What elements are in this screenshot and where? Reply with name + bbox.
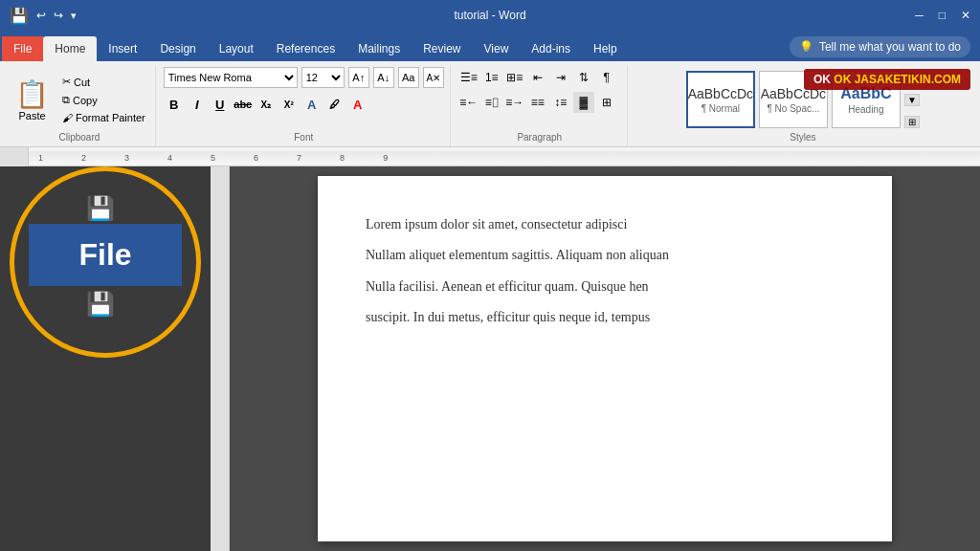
format-painter-button[interactable]: 🖌 Format Painter: [58, 110, 149, 125]
document-page: Lorem ipsum dolor sit amet, consectetur …: [318, 176, 892, 541]
redo-btn[interactable]: ↪: [54, 9, 63, 22]
line-spacing-button[interactable]: ↕≡: [550, 92, 571, 113]
cut-icon: ✂: [62, 76, 71, 88]
cut-label: Cut: [74, 77, 90, 88]
align-right-button[interactable]: ≡→: [504, 92, 525, 113]
align-center-button[interactable]: ≡⌷: [481, 92, 502, 113]
font-name-select[interactable]: Times New Roma: [164, 67, 298, 88]
document-area: ➔ File 💾 💾 Lorem ipsum dolor sit amet, c…: [0, 166, 980, 551]
show-marks-button[interactable]: ¶: [596, 67, 617, 88]
close-btn[interactable]: ✕: [961, 9, 970, 22]
customize-btn[interactable]: ▾: [71, 10, 77, 22]
watermark-ok: OK: [813, 73, 834, 86]
doc-paragraph-2: Nullam aliquet elementum sagittis. Aliqu…: [366, 245, 844, 266]
shrink-font-button[interactable]: A↓: [373, 67, 394, 88]
cut-button[interactable]: ✂ Cut: [58, 74, 149, 90]
clipboard-group: 📋 Paste ✂ Cut ⧉ Copy 🖌 Format Painter Cl…: [4, 65, 156, 146]
multilevel-button[interactable]: ⊞≡: [504, 67, 525, 88]
text-effect-button[interactable]: A: [301, 94, 323, 115]
paragraph-label: Paragraph: [517, 132, 562, 144]
clear-format-button[interactable]: A✕: [423, 67, 444, 88]
justify-button[interactable]: ≡≡: [527, 92, 548, 113]
decrease-indent-button[interactable]: ⇤: [527, 67, 548, 88]
shading-button[interactable]: ▓: [573, 92, 594, 113]
copy-icon: ⧉: [62, 94, 70, 106]
paste-icon: 📋: [15, 78, 49, 110]
paste-button[interactable]: 📋 Paste: [10, 75, 55, 125]
para-bottom-row: ≡← ≡⌷ ≡→ ≡≡ ↕≡ ▓ ⊞: [458, 92, 621, 113]
floppy-top: 💾: [86, 195, 115, 222]
bullets-button[interactable]: ☰≡: [458, 67, 479, 88]
undo-btn[interactable]: ↩: [36, 9, 46, 22]
font-size-select[interactable]: 12: [301, 67, 345, 88]
font-color-button[interactable]: A: [347, 94, 368, 115]
format-painter-label: Format Painter: [76, 112, 145, 123]
tell-me-text: Tell me what you want to do: [819, 40, 961, 54]
clipboard-small-btns: ✂ Cut ⧉ Copy 🖌 Format Painter: [58, 74, 149, 125]
bold-button[interactable]: B: [164, 94, 185, 115]
sort-button[interactable]: ⇅: [573, 67, 594, 88]
underline-button[interactable]: U: [210, 94, 231, 115]
superscript-button[interactable]: X²: [278, 94, 300, 115]
watermark-text: OK JASAKETIKIN.COM: [834, 73, 961, 86]
paragraph-group: ☰≡ 1≡ ⊞≡ ⇤ ⇥ ⇅ ¶ ≡← ≡⌷ ≡→ ≡≡ ↕≡ ▓ ⊞ Para…: [453, 65, 628, 146]
tell-me-box[interactable]: 💡 Tell me what you want to do: [790, 36, 970, 57]
heading-label: Heading: [848, 104, 883, 115]
border-button[interactable]: ⊞: [596, 92, 617, 113]
highlight-color-button[interactable]: 🖊: [324, 94, 345, 115]
font-label: Font: [294, 132, 313, 144]
tab-insert[interactable]: Insert: [97, 36, 148, 61]
ruler-corner: [0, 147, 29, 166]
doc-paragraph-3: Nulla facilisi. Aenean et efficitur quam…: [366, 276, 844, 298]
normal-sample: AaBbCcDc: [688, 86, 753, 101]
doc-paragraph-1: Lorem ipsum dolor sit amet, consectetur …: [366, 214, 844, 235]
italic-button[interactable]: I: [187, 94, 208, 115]
title-bar-left: 💾 ↩ ↪ ▾: [10, 7, 77, 25]
numbering-button[interactable]: 1≡: [481, 67, 502, 88]
watermark: OK OK JASAKETIKIN.COM: [804, 69, 970, 90]
doc-scroll-area[interactable]: Lorem ipsum dolor sit amet, consectetur …: [230, 166, 980, 551]
font-row1: Times New Roma 12 A↑ A↓ Aa A✕: [164, 67, 444, 88]
increase-indent-button[interactable]: ⇥: [550, 67, 571, 88]
strikethrough-button[interactable]: abc: [233, 94, 254, 115]
font-content: Times New Roma 12 A↑ A↓ Aa A✕ B I U abc …: [164, 67, 444, 132]
word-icon: 💾: [10, 7, 29, 25]
tab-layout[interactable]: Layout: [208, 36, 265, 61]
tab-view[interactable]: View: [473, 36, 521, 61]
clipboard-content: 📋 Paste ✂ Cut ⧉ Copy 🖌 Format Painter: [10, 67, 149, 132]
file-box-button[interactable]: File: [29, 224, 182, 286]
doc-paragraph-4: suscipit. In dui metus, efficitur quis n…: [366, 307, 844, 328]
style-normal[interactable]: AaBbCcDc ¶ Normal: [686, 71, 755, 128]
tab-mailings[interactable]: Mailings: [346, 36, 412, 61]
tab-file[interactable]: File: [2, 36, 43, 61]
change-case-button[interactable]: Aa: [398, 67, 419, 88]
grow-font-button[interactable]: A↑: [348, 67, 369, 88]
tab-references[interactable]: References: [265, 36, 346, 61]
ribbon-tab-bar: File Home Insert Design Layout Reference…: [0, 31, 980, 61]
tab-design[interactable]: Design: [148, 36, 207, 61]
lightbulb-icon: 💡: [799, 40, 813, 54]
copy-button[interactable]: ⧉ Copy: [58, 92, 149, 108]
tab-review[interactable]: Review: [412, 36, 472, 61]
styles-scroll-down[interactable]: ▼: [904, 94, 920, 106]
tab-home[interactable]: Home: [43, 36, 97, 61]
minimize-btn[interactable]: ─: [915, 9, 924, 22]
font-row2: B I U abc X₂ X² A 🖊 A: [164, 94, 368, 115]
para-content: ☰≡ 1≡ ⊞≡ ⇤ ⇥ ⇅ ¶ ≡← ≡⌷ ≡→ ≡≡ ↕≡ ▓ ⊞: [458, 67, 621, 132]
tab-addins[interactable]: Add-ins: [520, 36, 582, 61]
styles-expand[interactable]: ⊞: [904, 116, 920, 128]
file-box-label: File: [78, 237, 131, 273]
para-top-row: ☰≡ 1≡ ⊞≡ ⇤ ⇥ ⇅ ¶: [458, 67, 621, 88]
subscript-button[interactable]: X₂: [256, 94, 277, 115]
normal-label: ¶ Normal: [702, 103, 740, 114]
align-left-button[interactable]: ≡←: [458, 92, 479, 113]
tab-help[interactable]: Help: [582, 36, 629, 61]
maximize-btn[interactable]: □: [939, 9, 946, 22]
horizontal-ruler: 123456789: [0, 147, 980, 166]
font-group: Times New Roma 12 A↑ A↓ Aa A✕ B I U abc …: [158, 65, 451, 146]
title-bar: 💾 ↩ ↪ ▾ tutorial - Word ─ □ ✕: [0, 0, 980, 31]
doc-left-panel: ➔ File 💾 💾: [0, 166, 230, 551]
file-highlight-area: ➔ File 💾 💾: [29, 195, 182, 286]
title-bar-right: ─ □ ✕: [915, 9, 970, 22]
vertical-ruler: [211, 166, 230, 551]
